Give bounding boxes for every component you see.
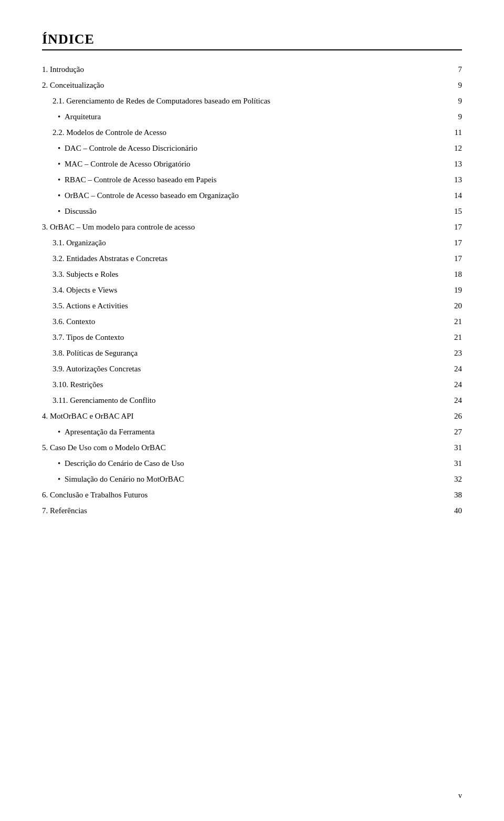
entry-page: 31 <box>441 457 462 470</box>
entry-text: 3.4. Objects e Views <box>52 284 441 296</box>
entry-page: 32 <box>441 473 462 485</box>
entry-text: 5. Caso De Uso com o Modelo OrBAC <box>42 441 441 454</box>
toc-entry: Apresentação da Ferramenta27 <box>42 425 462 438</box>
toc-entry: 3.5. Actions e Activities20 <box>42 299 462 312</box>
entry-text: 3.11. Gerenciamento de Conflito <box>52 394 441 407</box>
entry-text: 3.6. Contexto <box>52 315 441 328</box>
entry-page: 40 <box>441 504 462 517</box>
entry-page: 12 <box>441 142 462 154</box>
entry-text: 3.5. Actions e Activities <box>52 299 441 312</box>
title-divider <box>42 49 462 50</box>
entry-page: 26 <box>441 410 462 422</box>
entry-page: 24 <box>441 378 462 391</box>
entry-page: 17 <box>441 221 462 233</box>
entry-text: 3.2. Entidades Abstratas e Concretas <box>52 252 441 265</box>
entry-text: Descrição do Cenário de Caso de Uso <box>58 457 441 470</box>
entry-page: 9 <box>441 95 462 107</box>
entry-text: Apresentação da Ferramenta <box>58 425 441 438</box>
entry-text: 4. MotOrBAC e OrBAC API <box>42 410 441 422</box>
entry-page: 13 <box>441 158 462 170</box>
entry-page: 31 <box>441 441 462 454</box>
page-footer: v <box>458 792 462 800</box>
entry-text: 3.10. Restrições <box>52 378 441 391</box>
entry-text: 2. Conceitualização <box>42 79 441 91</box>
toc-entry: 3.2. Entidades Abstratas e Concretas17 <box>42 252 462 265</box>
entry-page: 24 <box>441 394 462 407</box>
entry-text: 3.7. Tipos de Contexto <box>52 331 441 344</box>
page-title: ÍNDICE <box>42 32 462 47</box>
entry-page: 21 <box>441 331 462 344</box>
toc-entry: 3.9. Autorizações Concretas24 <box>42 362 462 375</box>
toc-entry: DAC – Controle de Acesso Discricionário1… <box>42 142 462 154</box>
entry-page: 17 <box>441 236 462 249</box>
entry-text: Arquitetura <box>58 110 441 123</box>
entry-text: 3.8. Políticas de Segurança <box>52 347 441 359</box>
toc-entry: 3.4. Objects e Views19 <box>42 284 462 296</box>
toc-entry: 3.8. Políticas de Segurança23 <box>42 347 462 359</box>
entry-text: 1. Introdução <box>42 63 441 76</box>
entry-page: 38 <box>441 489 462 501</box>
entry-page: 9 <box>441 110 462 123</box>
entry-text: 7. Referências <box>42 504 441 517</box>
toc-entry: 3.1. Organização17 <box>42 236 462 249</box>
entry-page: 7 <box>441 63 462 76</box>
entry-page: 17 <box>441 252 462 265</box>
entry-text: Discussão <box>58 205 441 217</box>
toc-entry: 2.2. Modelos de Controle de Acesso11 <box>42 126 462 139</box>
entry-page: 18 <box>441 268 462 280</box>
toc-entry: 3.11. Gerenciamento de Conflito24 <box>42 394 462 407</box>
toc-entry: 6. Conclusão e Trabalhos Futuros38 <box>42 489 462 501</box>
toc-entry: Simulação do Cenário no MotOrBAC32 <box>42 473 462 485</box>
toc-entry: 2.1. Gerenciamento de Redes de Computado… <box>42 95 462 107</box>
toc-entry: 1. Introdução7 <box>42 63 462 76</box>
entry-page: 11 <box>441 126 462 139</box>
toc-entry: Descrição do Cenário de Caso de Uso31 <box>42 457 462 470</box>
toc-container: 1. Introdução72. Conceitualização92.1. G… <box>42 63 462 517</box>
entry-page: 20 <box>441 299 462 312</box>
entry-page: 24 <box>441 362 462 375</box>
entry-text: Simulação do Cenário no MotOrBAC <box>58 473 441 485</box>
toc-entry: 3. OrBAC – Um modelo para controle de ac… <box>42 221 462 233</box>
toc-entry: RBAC – Controle de Acesso baseado em Pap… <box>42 173 462 186</box>
entry-text: 2.1. Gerenciamento de Redes de Computado… <box>52 95 441 107</box>
entry-page: 9 <box>441 79 462 91</box>
toc-entry: Discussão15 <box>42 205 462 217</box>
entry-text: OrBAC – Controle de Acesso baseado em Or… <box>58 189 441 202</box>
entry-text: 3. OrBAC – Um modelo para controle de ac… <box>42 221 441 233</box>
entry-page: 21 <box>441 315 462 328</box>
toc-entry: OrBAC – Controle de Acesso baseado em Or… <box>42 189 462 202</box>
toc-entry: MAC – Controle de Acesso Obrigatório13 <box>42 158 462 170</box>
toc-entry: 2. Conceitualização9 <box>42 79 462 91</box>
toc-entry: 3.10. Restrições24 <box>42 378 462 391</box>
entry-page: 13 <box>441 173 462 186</box>
entry-page: 23 <box>441 347 462 359</box>
entry-text: 3.1. Organização <box>52 236 441 249</box>
toc-entry: 4. MotOrBAC e OrBAC API26 <box>42 410 462 422</box>
toc-entry: 5. Caso De Uso com o Modelo OrBAC31 <box>42 441 462 454</box>
entry-page: 19 <box>441 284 462 296</box>
toc-entry: 3.7. Tipos de Contexto21 <box>42 331 462 344</box>
entry-text: 2.2. Modelos de Controle de Acesso <box>52 126 441 139</box>
entry-page: 27 <box>441 425 462 438</box>
toc-entry: 3.3. Subjects e Roles18 <box>42 268 462 280</box>
entry-text: 6. Conclusão e Trabalhos Futuros <box>42 489 441 501</box>
entry-text: 3.3. Subjects e Roles <box>52 268 441 280</box>
entry-text: MAC – Controle de Acesso Obrigatório <box>58 158 441 170</box>
toc-entry: 3.6. Contexto21 <box>42 315 462 328</box>
entry-text: DAC – Controle de Acesso Discricionário <box>58 142 441 154</box>
toc-entry: Arquitetura9 <box>42 110 462 123</box>
entry-page: 14 <box>441 189 462 202</box>
entry-text: RBAC – Controle de Acesso baseado em Pap… <box>58 173 441 186</box>
entry-text: 3.9. Autorizações Concretas <box>52 362 441 375</box>
toc-entry: 7. Referências40 <box>42 504 462 517</box>
entry-page: 15 <box>441 205 462 217</box>
